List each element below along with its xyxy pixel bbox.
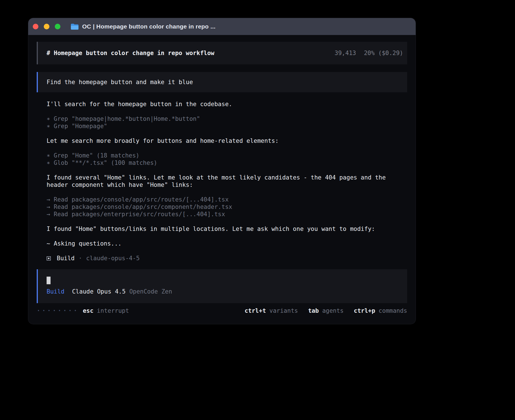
variants-hint: ctrl+t variants xyxy=(245,307,298,314)
tool-call-line: → Read packages/console/app/src/componen… xyxy=(47,203,407,211)
commands-key: ctrl+p xyxy=(354,307,375,314)
status-separator: · xyxy=(78,255,82,262)
session-stats: 39,41320% ($0.29) xyxy=(335,49,403,57)
assistant-status-line: ~ Asking questions... xyxy=(47,240,407,247)
assistant-transcript: I'll search for the homepage button in t… xyxy=(37,100,407,262)
status-bar-left: ········ esc interrupt xyxy=(37,307,129,314)
variants-label: variants xyxy=(269,307,298,314)
text-cursor xyxy=(47,277,51,284)
spinner-dots-icon: ········ xyxy=(37,307,79,314)
assistant-text-line: Let me search more broadly for buttons a… xyxy=(47,137,407,145)
input-agent-label: Build xyxy=(47,288,64,295)
session-title: # Homepage button color change in repo w… xyxy=(47,49,214,57)
status-bar: ········ esc interrupt ctrl+t variants t… xyxy=(37,307,407,314)
input-provider-label: OpenCode Zen xyxy=(129,288,172,295)
tool-call-line: ∗ Grep "homepage|home.*button|Home.*butt… xyxy=(47,115,407,123)
commands-hint: ctrl+p commands xyxy=(354,307,407,314)
zoom-button[interactable] xyxy=(55,24,60,29)
input-mode-line: Build Claude Opus 4.5 OpenCode Zen xyxy=(47,288,398,295)
user-message: Find the homepage button and make it blu… xyxy=(37,72,407,92)
context-usage: 20% ($0.29) xyxy=(364,50,403,56)
agents-key: tab xyxy=(308,307,319,314)
interrupt-label: interrupt xyxy=(97,307,129,314)
tool-call-line: → Read packages/enterprise/src/routes/[.… xyxy=(47,211,407,218)
agents-label: agents xyxy=(322,307,344,314)
window-titlebar[interactable]: OC | Homepage button color change in rep… xyxy=(28,18,416,35)
agents-hint: tab agents xyxy=(308,307,344,314)
agent-status-row: Build · claude-opus-4-5 xyxy=(47,255,407,262)
variants-key: ctrl+t xyxy=(245,307,266,314)
window-title: OC | Homepage button color change in rep… xyxy=(82,23,215,30)
prompt-input[interactable]: Build Claude Opus 4.5 OpenCode Zen xyxy=(37,269,407,303)
status-bar-right: ctrl+t variants tab agents ctrl+p comman… xyxy=(245,307,407,314)
assistant-text-line: I found several "Home" links. Let me loo… xyxy=(47,174,407,189)
tool-call-line: ∗ Grep "Homepage" xyxy=(47,123,407,130)
agent-name: Build xyxy=(57,255,75,262)
terminal-window: OC | Homepage button color change in rep… xyxy=(28,18,416,324)
folder-icon xyxy=(71,24,78,30)
tool-call-line: ∗ Grep "Home" (18 matches) xyxy=(47,152,407,159)
tool-call-line: → Read packages/console/app/src/routes/[… xyxy=(47,196,407,203)
tool-call-line: ∗ Glob "**/*.tsx" (100 matches) xyxy=(47,159,407,167)
model-name: claude-opus-4-5 xyxy=(86,255,140,262)
assistant-text-line: I'll search for the homepage button in t… xyxy=(47,100,407,108)
minimize-button[interactable] xyxy=(44,24,49,29)
terminal-content: # Homepage button color change in repo w… xyxy=(28,35,416,314)
assistant-text-line: I found "Home" buttons/links in multiple… xyxy=(47,225,407,233)
esc-key-hint: esc xyxy=(83,307,93,314)
user-message-text: Find the homepage button and make it blu… xyxy=(47,78,193,86)
build-agent-icon xyxy=(47,256,51,261)
close-button[interactable] xyxy=(33,24,38,29)
input-model-label: Claude Opus 4.5 xyxy=(72,288,126,295)
session-header: # Homepage button color change in repo w… xyxy=(37,42,407,64)
commands-label: commands xyxy=(379,307,407,314)
token-count: 39,413 xyxy=(335,50,356,56)
